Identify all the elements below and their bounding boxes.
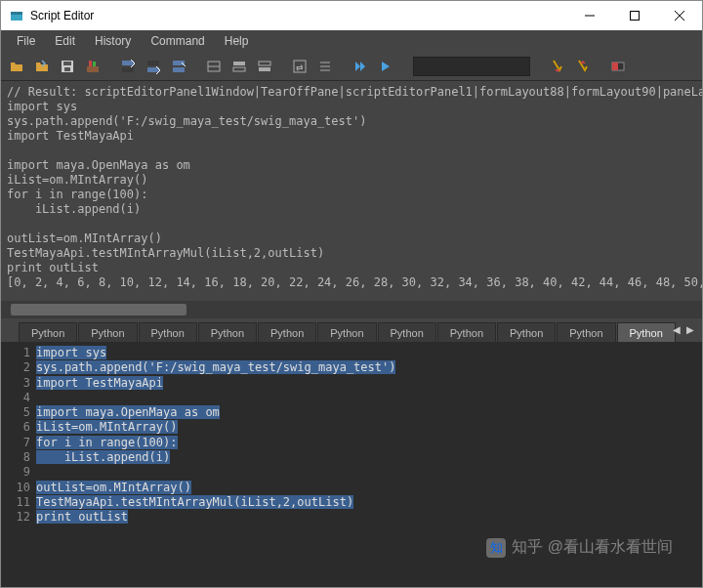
tab-strip: Python Python Python Python Python Pytho… (1, 318, 702, 342)
source-script-icon[interactable] (30, 55, 54, 78)
svg-rect-30 (612, 63, 618, 70)
tab-scroll-left-icon[interactable]: ◀ (671, 321, 682, 337)
svg-rect-3 (631, 12, 640, 21)
svg-rect-21 (233, 67, 245, 71)
code-line[interactable]: import sys (36, 346, 702, 360)
code-line[interactable]: for i in range(100): (36, 436, 702, 450)
svg-rect-14 (147, 61, 159, 65)
tab-python-4[interactable]: Python (258, 322, 316, 342)
close-button[interactable] (657, 1, 702, 30)
output-line: for i in range(100): (7, 188, 148, 201)
editor-pane[interactable]: 123456789101112 import syssys.path.appen… (1, 342, 702, 587)
execute-all-icon[interactable] (349, 55, 372, 78)
clear-history-icon[interactable] (116, 55, 140, 78)
svg-rect-11 (93, 62, 96, 66)
clear-input-icon[interactable] (142, 55, 165, 78)
echo-commands-icon[interactable]: ⇄ (288, 55, 311, 78)
tab-python-6[interactable]: Python (378, 322, 436, 342)
code-line[interactable]: iList.append(i) (36, 450, 702, 465)
output-line: [0, 2, 4, 6, 8, 10, 12, 14, 16, 18, 20, … (7, 275, 702, 289)
svg-rect-13 (122, 67, 134, 72)
maximize-button[interactable] (612, 1, 657, 30)
tab-python-7[interactable]: Python (437, 322, 496, 342)
code-area[interactable]: import syssys.path.append('F:/swig_maya_… (36, 342, 702, 587)
code-line[interactable] (36, 465, 702, 480)
menu-file[interactable]: File (7, 32, 45, 50)
menu-history[interactable]: History (85, 32, 141, 50)
script-editor-window: Script Editor File Edit History Command … (0, 0, 703, 588)
tab-python-2[interactable]: Python (139, 322, 197, 342)
save-to-shelf-icon[interactable] (81, 55, 104, 78)
output-line: // Result: scriptEditorPanel1Window|Tear… (7, 85, 702, 99)
tab-python-0[interactable]: Python (19, 322, 77, 342)
svg-rect-8 (64, 67, 70, 71)
output-line: import sys (7, 100, 77, 113)
goto-line-down-icon[interactable] (546, 55, 569, 78)
line-gutter: 123456789101112 (1, 342, 36, 587)
output-line: iList.append(i) (7, 202, 141, 216)
output-line: import maya.OpenMaya as om (7, 158, 190, 172)
menu-command[interactable]: Command (141, 32, 214, 50)
tab-python-3[interactable]: Python (198, 322, 257, 342)
output-line: iList=om.MIntArray() (7, 173, 148, 187)
code-line[interactable]: print outList (36, 510, 702, 525)
svg-rect-23 (259, 67, 270, 71)
tab-python-1[interactable]: Python (78, 322, 137, 342)
menu-edit[interactable]: Edit (45, 32, 85, 50)
code-line[interactable]: import maya.OpenMaya as om (36, 405, 702, 420)
code-line[interactable] (36, 391, 702, 405)
output-line: TestMayaApi.testMIntArrayMul(iList,2,out… (7, 246, 324, 260)
tab-python-active[interactable]: Python (617, 322, 676, 342)
svg-text:⇄: ⇄ (296, 63, 304, 72)
open-script-icon[interactable] (5, 55, 28, 78)
menubar: File Edit History Command Help (1, 30, 702, 52)
line-numbers-icon[interactable] (313, 55, 337, 78)
history-both-icon[interactable] (253, 55, 276, 78)
svg-rect-22 (259, 62, 270, 65)
history-output-icon[interactable] (227, 55, 251, 78)
clear-all-icon[interactable] (167, 55, 190, 78)
code-line[interactable]: sys.path.append('F:/swig_maya_test/swig_… (36, 360, 702, 375)
save-script-icon[interactable] (56, 55, 79, 78)
output-line: sys.path.append('F:/swig_maya_test/swig_… (7, 114, 366, 128)
output-pane[interactable]: // Result: scriptEditorPanel1Window|Tear… (1, 81, 702, 301)
execute-icon[interactable] (374, 55, 397, 78)
code-line[interactable]: import TestMayaApi (36, 376, 702, 391)
minimize-button[interactable] (567, 1, 612, 30)
titlebar[interactable]: Script Editor (1, 1, 702, 30)
svg-rect-1 (11, 12, 22, 15)
toolbar: ⇄ (1, 52, 702, 81)
app-icon (9, 8, 24, 23)
content-area: File Edit History Command Help ⇄ (1, 30, 702, 587)
scrollbar-thumb[interactable] (11, 304, 186, 315)
history-input-icon[interactable] (202, 55, 226, 78)
code-line[interactable]: outList=om.MIntArray() (36, 481, 702, 495)
output-line: outList=om.MIntArray() (7, 231, 162, 245)
svg-rect-20 (233, 62, 245, 65)
tab-python-9[interactable]: Python (557, 322, 615, 342)
menu-help[interactable]: Help (215, 32, 259, 50)
code-line[interactable]: TestMayaApi.testMIntArrayMul(iList,2,out… (36, 495, 702, 510)
svg-rect-9 (87, 66, 99, 72)
search-field[interactable] (413, 57, 530, 76)
tab-options-icon[interactable] (606, 55, 630, 78)
tab-python-5[interactable]: Python (317, 322, 376, 342)
tab-scroll-right-icon[interactable]: ▶ (684, 321, 696, 337)
horizontal-scrollbar[interactable] (1, 301, 702, 318)
code-line[interactable]: iList=om.MIntArray() (36, 420, 702, 435)
tab-python-8[interactable]: Python (497, 322, 556, 342)
goto-line-up-icon[interactable] (571, 55, 595, 78)
svg-rect-7 (63, 62, 71, 65)
window-title: Script Editor (30, 9, 567, 22)
svg-rect-10 (89, 61, 92, 66)
output-line: import TestMayaApi (7, 129, 134, 143)
output-line: print outList (7, 261, 99, 274)
svg-rect-17 (173, 67, 185, 72)
